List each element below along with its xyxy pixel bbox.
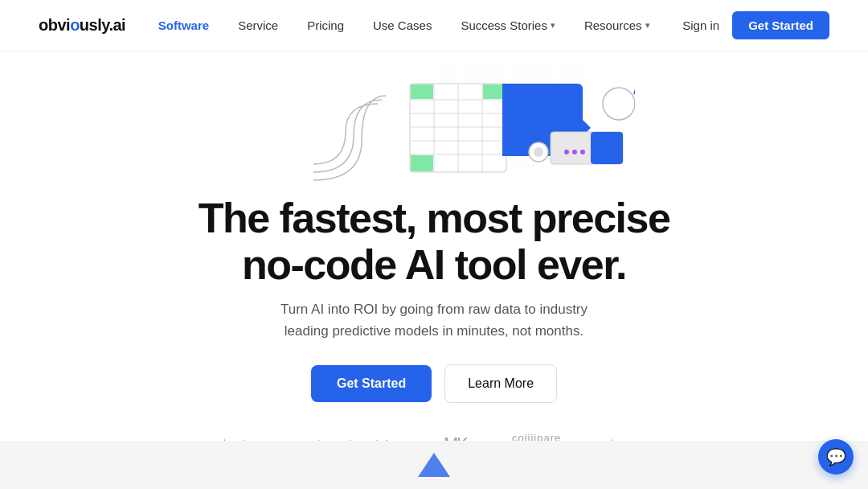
svg-point-21 — [572, 150, 577, 154]
logo[interactable]: obviously.ai — [39, 16, 125, 35]
nav-pricing[interactable]: Pricing — [307, 18, 344, 32]
svg-marker-26 — [418, 453, 450, 477]
nav-resources[interactable]: Resources ▾ — [584, 18, 650, 32]
svg-rect-11 — [411, 155, 433, 171]
logo-text: obviously.ai — [39, 16, 125, 35]
chevron-down-icon: ▾ — [551, 20, 555, 31]
nav-links: Software Service Pricing Use Cases Succe… — [158, 18, 650, 32]
chevron-down-icon: ▾ — [645, 20, 650, 31]
bottom-band — [0, 441, 868, 489]
chat-button[interactable]: 💬 — [818, 439, 854, 475]
hero-illustration — [233, 60, 635, 188]
get-started-nav-button[interactable]: Get Started — [732, 11, 829, 39]
hero-section: The fastest, most precise no-code AI too… — [0, 51, 868, 456]
svg-point-20 — [564, 150, 569, 154]
hero-title: The fastest, most precise no-code AI too… — [199, 195, 670, 288]
nav-actions: Sign in Get Started — [682, 11, 829, 39]
chat-icon: 💬 — [826, 447, 846, 466]
navbar: obviously.ai Software Service Pricing Us… — [0, 0, 868, 51]
learn-more-button[interactable]: Learn More — [444, 364, 557, 403]
sign-in-link[interactable]: Sign in — [682, 18, 719, 32]
svg-rect-24 — [633, 82, 635, 97]
cta-row: Get Started Learn More — [311, 364, 557, 403]
svg-rect-10 — [411, 84, 433, 99]
svg-point-22 — [580, 150, 585, 154]
get-started-hero-button[interactable]: Get Started — [311, 365, 432, 402]
nav-software[interactable]: Software — [158, 18, 209, 32]
svg-rect-17 — [591, 132, 623, 164]
svg-rect-12 — [483, 84, 506, 99]
svg-point-19 — [534, 147, 543, 157]
nav-service[interactable]: Service — [238, 18, 278, 32]
hero-subtitle: Turn AI into ROI by going from raw data … — [265, 299, 603, 342]
nav-success-stories[interactable]: Success Stories ▾ — [461, 18, 555, 32]
svg-point-23 — [603, 88, 635, 120]
bottom-illustration-peek — [410, 449, 458, 481]
nav-use-cases[interactable]: Use Cases — [373, 18, 432, 32]
